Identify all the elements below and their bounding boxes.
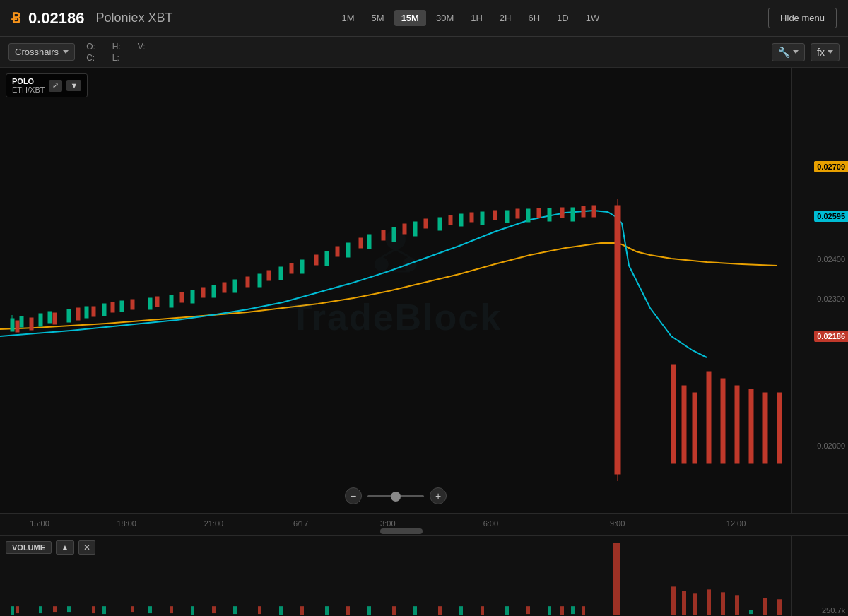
svg-rect-25 — [346, 243, 350, 257]
svg-rect-11 — [48, 312, 52, 323]
price-label-cyan: 0.02595 — [814, 211, 848, 222]
price-display: 0.02186 — [28, 9, 85, 28]
svg-rect-95 — [131, 606, 134, 612]
svg-rect-101 — [392, 606, 396, 615]
volume-close-button[interactable]: ✕ — [78, 540, 95, 555]
crosshairs-dropdown[interactable]: Crosshairs — [8, 43, 75, 61]
svg-rect-83 — [279, 606, 283, 615]
volume-label: VOLUME — [6, 541, 52, 554]
svg-rect-15 — [120, 301, 124, 312]
chart-main[interactable]: TradeBlock POLO ETH/XBT ⤢ ▼ — [0, 68, 791, 513]
svg-rect-66 — [671, 365, 676, 463]
svg-rect-51 — [336, 247, 339, 256]
svg-rect-22 — [279, 267, 283, 280]
svg-rect-56 — [449, 215, 452, 225]
timeframe-button-15m[interactable]: 15M — [394, 10, 426, 26]
timeframe-button-1m[interactable]: 1M — [335, 10, 362, 26]
svg-rect-21 — [258, 274, 261, 287]
svg-rect-90 — [571, 606, 575, 614]
zoom-out-button[interactable]: − — [345, 487, 362, 504]
svg-rect-28 — [413, 222, 417, 236]
timeframe-button-1w[interactable]: 1W — [579, 10, 607, 26]
svg-rect-94 — [92, 606, 95, 613]
scrollbar-thumb[interactable] — [380, 528, 423, 534]
pair-name: XBT — [148, 11, 173, 25]
volume-axis: 250.7k — [791, 536, 848, 616]
timeframe-button-1d[interactable]: 1D — [550, 10, 576, 26]
svg-rect-81 — [191, 606, 194, 615]
tools-button[interactable]: 🔧 — [772, 43, 805, 61]
svg-rect-82 — [233, 606, 237, 614]
svg-rect-104 — [526, 606, 530, 614]
header-left: Ƀ 0.02186 Poloniex XBT — [11, 9, 173, 28]
legend-down-button[interactable]: ▼ — [66, 80, 81, 91]
time-label-617: 6/17 — [293, 519, 308, 528]
timeframe-button-2h[interactable]: 2H — [493, 10, 519, 26]
legend-expand-button[interactable]: ⤢ — [49, 80, 62, 92]
svg-rect-107 — [613, 543, 620, 615]
svg-rect-60 — [537, 208, 541, 218]
svg-rect-78 — [67, 606, 71, 612]
btc-icon: Ƀ — [11, 10, 21, 27]
svg-rect-13 — [85, 307, 88, 318]
open-group: O: C: — [86, 42, 95, 63]
ohlcv-display: O: C: H: L: V: — [86, 42, 760, 63]
svg-rect-44 — [180, 292, 184, 302]
header: Ƀ 0.02186 Poloniex XBT 1M5M15M30M1H2H6H1… — [0, 0, 848, 37]
timeframe-button-6h[interactable]: 6H — [521, 10, 547, 26]
time-label-2100: 21:00 — [204, 519, 224, 528]
crosshairs-label: Crosshairs — [15, 47, 59, 57]
hide-menu-button[interactable]: Hide menu — [768, 8, 837, 28]
svg-rect-89 — [548, 606, 551, 615]
high-label: H: — [112, 42, 121, 52]
timeframe-selector: 1M5M15M30M1H2H6H1D1W — [335, 10, 607, 26]
svg-rect-10 — [39, 314, 42, 326]
svg-rect-68 — [693, 393, 697, 463]
svg-rect-38 — [53, 313, 57, 324]
timeframe-button-1h[interactable]: 1H — [464, 10, 490, 26]
svg-rect-73 — [763, 393, 767, 463]
svg-rect-27 — [392, 227, 396, 242]
low-label: L: — [112, 53, 121, 63]
tools-dropdown-arrow — [793, 50, 799, 54]
volume-up-button[interactable]: ▲ — [56, 540, 74, 555]
svg-rect-14 — [102, 304, 106, 316]
svg-rect-46 — [223, 283, 226, 292]
chart-svg — [0, 68, 791, 513]
timeframe-button-30m[interactable]: 30M — [429, 10, 461, 26]
dropdown-arrow-icon — [63, 50, 69, 54]
time-label-300: 3:00 — [380, 519, 395, 528]
svg-rect-71 — [735, 386, 739, 463]
svg-rect-45 — [201, 288, 205, 297]
zoom-slider[interactable] — [367, 495, 424, 497]
svg-rect-91 — [749, 610, 753, 614]
svg-rect-70 — [721, 379, 725, 463]
volume-chart: VOLUME ▲ ✕ — [0, 536, 791, 616]
svg-rect-100 — [346, 606, 350, 615]
volume-svg — [0, 536, 791, 616]
legend-name: POLO ETH/XBT — [12, 77, 45, 94]
svg-rect-76 — [11, 606, 14, 615]
svg-rect-92 — [16, 606, 19, 613]
fx-button[interactable]: fx — [811, 43, 840, 61]
tools-icon: 🔧 — [778, 47, 790, 58]
zoom-thumb[interactable] — [391, 492, 401, 502]
svg-rect-26 — [367, 235, 371, 249]
zoom-control: − + — [345, 487, 447, 504]
svg-rect-77 — [39, 606, 42, 613]
svg-rect-97 — [212, 606, 216, 613]
svg-rect-9 — [20, 316, 23, 327]
timeframe-button-5m[interactable]: 5M — [365, 10, 391, 26]
svg-rect-87 — [459, 606, 463, 615]
price-axis: 0.02709 0.02595 0.02186 0.02400 0.02300 … — [791, 68, 848, 513]
svg-rect-29 — [438, 218, 442, 230]
svg-rect-114 — [763, 598, 767, 615]
svg-rect-53 — [382, 230, 385, 240]
zoom-in-button[interactable]: + — [430, 487, 447, 504]
exchange-pair: Poloniex XBT — [96, 11, 173, 25]
close-label: C: — [86, 53, 95, 63]
svg-rect-48 — [267, 271, 271, 280]
volume-value: 250.7k — [822, 606, 845, 615]
svg-rect-50 — [314, 255, 318, 265]
time-axis-chart: 15:0018:0021:006/173:006:009:0012:00 — [0, 514, 791, 535]
